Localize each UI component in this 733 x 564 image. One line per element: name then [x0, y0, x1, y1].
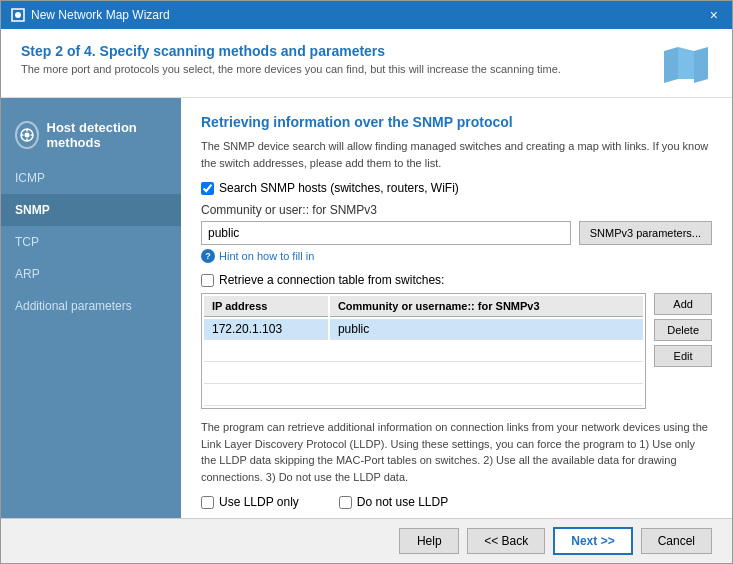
content-area: Host detection methods ICMP SNMP TCP ARP…: [1, 98, 732, 518]
title-bar-text: New Network Map Wizard: [31, 8, 170, 22]
community-input[interactable]: [201, 221, 571, 245]
hint-link[interactable]: ? Hint on how to fill in: [201, 249, 712, 263]
table-row[interactable]: [204, 386, 643, 406]
cancel-button[interactable]: Cancel: [641, 528, 712, 554]
retrieve-row: Retrieve a connection table from switche…: [201, 273, 712, 287]
sidebar: Host detection methods ICMP SNMP TCP ARP…: [1, 98, 181, 518]
back-button[interactable]: << Back: [467, 528, 545, 554]
search-snmp-checkbox[interactable]: [201, 182, 214, 195]
table-buttons: Add Delete Edit: [654, 293, 712, 409]
help-button[interactable]: Help: [399, 528, 459, 554]
do-not-use-lldp-item: Do not use LLDP: [339, 495, 448, 509]
panel-title: Retrieving information over the SNMP pro…: [201, 114, 712, 130]
sidebar-item-additional[interactable]: Additional parameters: [1, 290, 181, 322]
table-header-row: IP address Community or username:: for S…: [204, 296, 643, 317]
edit-button[interactable]: Edit: [654, 345, 712, 367]
svg-point-1: [15, 12, 21, 18]
col-ip: IP address: [204, 296, 328, 317]
logo-icon: [660, 43, 712, 87]
delete-button[interactable]: Delete: [654, 319, 712, 341]
wizard-window: New Network Map Wizard × Step 2 of 4. Sp…: [0, 0, 733, 564]
sidebar-item-icmp[interactable]: ICMP: [1, 162, 181, 194]
retrieve-checkbox[interactable]: [201, 274, 214, 287]
footer: Help << Back Next >> Cancel: [1, 518, 732, 563]
table-row[interactable]: [204, 342, 643, 362]
use-lldp-item: Use LLDP only: [201, 495, 299, 509]
community-label: Community or user:: for SNMPv3: [201, 203, 712, 217]
community-input-row: SNMPv3 parameters...: [201, 221, 712, 245]
svg-marker-2: [664, 47, 678, 83]
sidebar-heading-label: Host detection methods: [47, 120, 167, 150]
hint-label: Hint on how to fill in: [219, 250, 314, 262]
title-bar: New Network Map Wizard ×: [1, 1, 732, 29]
table-area: IP address Community or username:: for S…: [201, 293, 712, 409]
search-snmp-label: Search SNMP hosts (switches, routers, Wi…: [219, 181, 459, 195]
cell-community: public: [330, 319, 643, 340]
main-panel: Retrieving information over the SNMP pro…: [181, 98, 732, 518]
do-not-use-lldp-checkbox[interactable]: [339, 496, 352, 509]
hint-icon: ?: [201, 249, 215, 263]
header-text: Step 2 of 4. Specify scanning methods an…: [21, 43, 561, 75]
title-bar-icon: [11, 8, 25, 22]
next-button[interactable]: Next >>: [553, 527, 632, 555]
use-lldp-checkbox[interactable]: [201, 496, 214, 509]
retrieve-label: Retrieve a connection table from switche…: [219, 273, 444, 287]
use-lldp-label: Use LLDP only: [219, 495, 299, 509]
col-community: Community or username:: for SNMPv3: [330, 296, 643, 317]
lldp-checkboxes: Use LLDP only Do not use LLDP: [201, 495, 712, 509]
ip-table: IP address Community or username:: for S…: [201, 293, 646, 409]
table-row[interactable]: [204, 364, 643, 384]
table-row[interactable]: 172.20.1.103 public: [204, 319, 643, 340]
close-button[interactable]: ×: [706, 7, 722, 23]
add-button[interactable]: Add: [654, 293, 712, 315]
sidebar-item-tcp[interactable]: TCP: [1, 226, 181, 258]
sidebar-header-icon: [15, 121, 39, 149]
do-not-use-lldp-label: Do not use LLDP: [357, 495, 448, 509]
sidebar-item-arp[interactable]: ARP: [1, 258, 181, 290]
sidebar-heading: Host detection methods: [1, 108, 181, 162]
svg-point-6: [24, 133, 29, 138]
title-bar-left: New Network Map Wizard: [11, 8, 170, 22]
panel-desc: The SNMP device search will allow findin…: [201, 138, 712, 171]
step-title: Step 2 of 4. Specify scanning methods an…: [21, 43, 561, 59]
snmpv3-button[interactable]: SNMPv3 parameters...: [579, 221, 712, 245]
sidebar-item-snmp[interactable]: SNMP: [1, 194, 181, 226]
lldp-info: The program can retrieve additional info…: [201, 419, 712, 485]
svg-marker-3: [678, 47, 694, 79]
wizard-header: Step 2 of 4. Specify scanning methods an…: [1, 29, 732, 98]
step-desc: The more port and protocols you select, …: [21, 63, 561, 75]
cell-ip: 172.20.1.103: [204, 319, 328, 340]
svg-marker-4: [694, 47, 708, 83]
search-snmp-row: Search SNMP hosts (switches, routers, Wi…: [201, 181, 712, 195]
